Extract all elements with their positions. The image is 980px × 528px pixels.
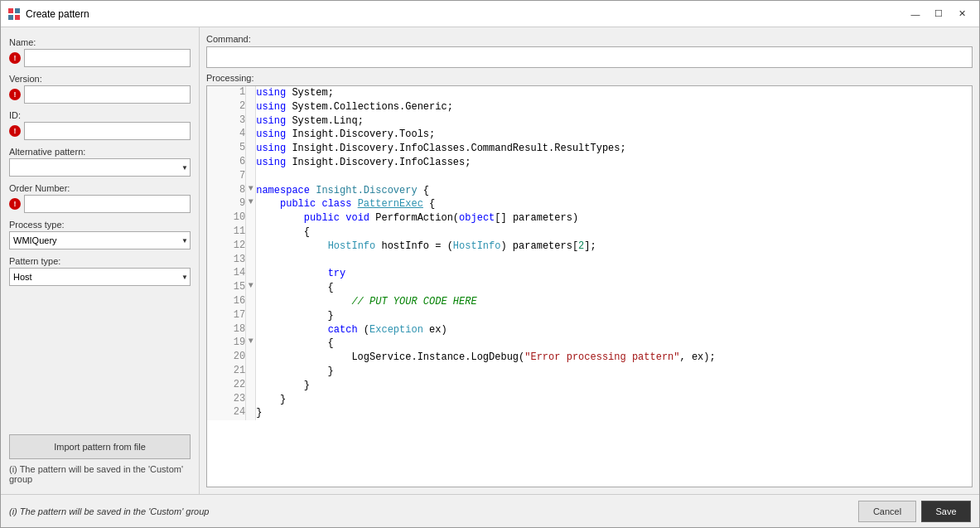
right-panel: Command: Processing: 1 using System; bbox=[200, 27, 979, 494]
code-content-18: catch (Exception ex) bbox=[256, 323, 972, 337]
fold-17 bbox=[246, 309, 256, 323]
name-field-group: Name: ! bbox=[9, 37, 191, 67]
code-line-17: 17 } bbox=[207, 309, 972, 323]
process-type-select[interactable]: WMIQuery Script Command bbox=[9, 231, 191, 249]
fold-1 bbox=[246, 86, 256, 100]
code-line-12: 12 HostInfo hostInfo = (HostInfo) parame… bbox=[207, 240, 972, 254]
line-num-22: 22 bbox=[207, 379, 246, 393]
name-label: Name: bbox=[9, 37, 191, 47]
cancel-button[interactable]: Cancel bbox=[858, 501, 916, 522]
title-bar: Create pattern — ☐ ✕ bbox=[1, 1, 979, 27]
process-type-wrapper: WMIQuery Script Command ▼ bbox=[9, 231, 191, 249]
pattern-type-select[interactable]: Host Network Application bbox=[9, 268, 191, 286]
code-content-1: using System; bbox=[256, 86, 972, 100]
app-icon bbox=[7, 7, 21, 21]
line-num-5: 5 bbox=[207, 142, 246, 156]
line-num-17: 17 bbox=[207, 309, 246, 323]
pattern-type-group: Pattern type: Host Network Application ▼ bbox=[9, 256, 191, 286]
code-line-3: 3 using System.Linq; bbox=[207, 114, 972, 128]
svg-rect-2 bbox=[8, 15, 13, 20]
fold-23 bbox=[246, 393, 256, 407]
alternative-pattern-group: Alternative pattern: ▼ bbox=[9, 147, 191, 177]
code-line-13: 13 bbox=[207, 254, 972, 268]
line-num-2: 2 bbox=[207, 100, 246, 114]
line-num-19: 19 bbox=[207, 337, 246, 351]
id-error-icon: ! bbox=[9, 125, 21, 137]
create-pattern-window: Create pattern — ☐ ✕ Name: ! Version: ! bbox=[0, 0, 980, 528]
name-row: ! bbox=[9, 49, 191, 67]
fold-13 bbox=[246, 254, 256, 268]
line-num-7: 7 bbox=[207, 170, 246, 184]
maximize-button[interactable]: ☐ bbox=[928, 6, 949, 22]
code-line-24: 24 } bbox=[207, 406, 972, 420]
fold-19[interactable]: ▼ bbox=[246, 337, 256, 351]
code-line-23: 23 } bbox=[207, 393, 972, 407]
version-field-group: Version: ! bbox=[9, 74, 191, 104]
code-line-21: 21 } bbox=[207, 365, 972, 379]
process-type-group: Process type: WMIQuery Script Command ▼ bbox=[9, 220, 191, 249]
fold-6 bbox=[246, 156, 256, 170]
fold-12 bbox=[246, 240, 256, 254]
name-input[interactable] bbox=[24, 49, 191, 67]
save-button[interactable]: Save bbox=[921, 501, 971, 522]
alternative-pattern-select[interactable] bbox=[9, 158, 191, 177]
code-content-16: // PUT YOUR CODE HERE bbox=[256, 295, 972, 309]
name-error-icon: ! bbox=[9, 52, 21, 64]
code-content-23: } bbox=[256, 393, 972, 407]
order-number-input[interactable] bbox=[24, 195, 191, 213]
line-num-23: 23 bbox=[207, 393, 246, 407]
version-row: ! bbox=[9, 85, 191, 104]
fold-7 bbox=[246, 170, 256, 184]
svg-rect-1 bbox=[15, 8, 20, 13]
code-editor[interactable]: 1 using System; 2 using System.Collectio… bbox=[206, 85, 973, 487]
code-line-4: 4 using Insight.Discovery.Tools; bbox=[207, 128, 972, 142]
code-content-11: { bbox=[256, 225, 972, 240]
import-pattern-button[interactable]: Import pattern from file bbox=[9, 434, 191, 459]
order-number-group: Order Number: ! bbox=[9, 183, 191, 213]
code-line-2: 2 using System.Collections.Generic; bbox=[207, 100, 972, 114]
command-input[interactable] bbox=[206, 46, 973, 68]
fold-5 bbox=[246, 142, 256, 156]
order-number-row: ! bbox=[9, 195, 191, 213]
code-line-7: 7 bbox=[207, 170, 972, 184]
code-line-1: 1 using System; bbox=[207, 86, 972, 100]
line-num-15: 15 bbox=[207, 281, 246, 295]
code-content-4: using Insight.Discovery.Tools; bbox=[256, 128, 972, 142]
line-num-1: 1 bbox=[207, 86, 246, 100]
command-label: Command: bbox=[206, 34, 973, 44]
id-input[interactable] bbox=[24, 122, 191, 140]
fold-18 bbox=[246, 323, 256, 337]
minimize-button[interactable]: — bbox=[905, 6, 926, 22]
fold-3 bbox=[246, 114, 256, 128]
code-line-16: 16 // PUT YOUR CODE HERE bbox=[207, 295, 972, 309]
close-button[interactable]: ✕ bbox=[951, 6, 973, 22]
id-row: ! bbox=[9, 122, 191, 140]
window-title: Create pattern bbox=[26, 8, 89, 20]
alternative-pattern-label: Alternative pattern: bbox=[9, 147, 191, 157]
processing-label: Processing: bbox=[206, 73, 973, 83]
pattern-type-label: Pattern type: bbox=[9, 256, 191, 266]
line-num-6: 6 bbox=[207, 156, 246, 170]
fold-10 bbox=[246, 211, 256, 225]
fold-8[interactable]: ▼ bbox=[246, 184, 256, 198]
code-line-18: 18 catch (Exception ex) bbox=[207, 323, 972, 337]
code-content-20: LogService.Instance.LogDebug("Error proc… bbox=[256, 351, 972, 365]
code-content-19: { bbox=[256, 337, 972, 351]
code-line-15: 15 ▼ { bbox=[207, 281, 972, 295]
fold-9[interactable]: ▼ bbox=[246, 197, 256, 211]
line-num-3: 3 bbox=[207, 114, 246, 128]
line-num-20: 20 bbox=[207, 351, 246, 365]
version-label: Version: bbox=[9, 74, 191, 84]
fold-4 bbox=[246, 128, 256, 142]
title-bar-left: Create pattern bbox=[7, 7, 89, 21]
line-num-8: 8 bbox=[207, 184, 246, 198]
order-number-error-icon: ! bbox=[9, 198, 21, 210]
fold-15[interactable]: ▼ bbox=[246, 281, 256, 295]
order-number-label: Order Number: bbox=[9, 183, 191, 193]
fold-14 bbox=[246, 267, 256, 281]
line-num-21: 21 bbox=[207, 365, 246, 379]
code-table: 1 using System; 2 using System.Collectio… bbox=[207, 86, 972, 420]
fold-22 bbox=[246, 379, 256, 393]
main-content: Name: ! Version: ! ID: ! bbox=[1, 27, 979, 494]
version-input[interactable] bbox=[24, 85, 191, 104]
